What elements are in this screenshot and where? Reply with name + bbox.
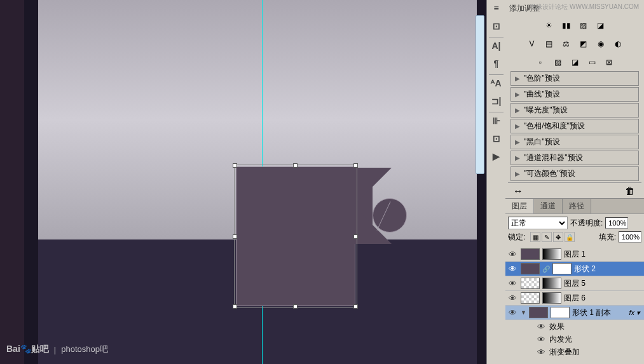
opacity-label: 不透明度: (570, 218, 603, 229)
adjustment-icon[interactable]: ◪ (593, 18, 608, 32)
adjustment-preset[interactable]: ▶"色阶"预设 (510, 71, 639, 86)
transform-handle[interactable] (233, 163, 237, 168)
adjustment-preset[interactable]: ▶"色相/饱和度"预设 (510, 119, 639, 133)
layer-thumbnail[interactable] (529, 307, 548, 318)
tab-paths[interactable]: 路径 (563, 199, 591, 213)
adjustment-icon[interactable]: ▨ (550, 55, 566, 69)
adjustment-icon[interactable]: ◉ (593, 37, 608, 50)
preset-label: "可选颜色"预设 (524, 168, 575, 179)
chevron-right-icon: ▶ (515, 123, 520, 130)
lock-transparency-icon[interactable]: ▦ (530, 232, 540, 242)
fx-indicator[interactable]: fx ▾ (629, 309, 640, 317)
visibility-icon[interactable]: 👁 (509, 250, 517, 259)
adjustment-preset[interactable]: ▶"黑白"预设 (510, 135, 639, 149)
expand-icon[interactable]: ↔ (513, 185, 524, 194)
visibility-icon[interactable]: 👁 (509, 308, 517, 318)
blend-mode-select[interactable]: 正常 (508, 217, 568, 229)
layer-row[interactable]: 👁图层 5 (505, 276, 644, 291)
layers-panel: 图层 通道 路径 正常 不透明度: 锁定: ▦ ✎ ✥ 🔒 填充: (505, 198, 644, 358)
mask-thumbnail[interactable] (542, 278, 561, 289)
adjustment-preset[interactable]: ▶"通道混和器"预设 (510, 151, 639, 165)
visibility-icon[interactable]: 👁 (537, 347, 545, 357)
layer-row[interactable]: 👁图层 1 (505, 247, 644, 262)
transform-handle[interactable] (233, 234, 237, 239)
link-icon: 🔗 (542, 266, 550, 273)
visibility-icon[interactable]: 👁 (509, 264, 517, 274)
vertical-scrollbar[interactable] (476, 15, 484, 174)
layer-thumbnail[interactable] (521, 248, 540, 260)
mask-thumbnail[interactable] (551, 307, 570, 318)
layer-controls: 正常 不透明度: 锁定: ▦ ✎ ✥ 🔒 填充: (505, 214, 644, 247)
transform-handle[interactable] (353, 234, 358, 239)
trash-icon[interactable]: 🗑 (625, 185, 636, 194)
adjustment-icon[interactable]: V (524, 37, 540, 50)
play-icon[interactable]: ▶ (488, 149, 505, 163)
mask-thumbnail[interactable] (542, 292, 561, 304)
lock-all-icon[interactable]: 🔒 (565, 232, 575, 242)
transform-handle[interactable] (353, 304, 358, 309)
app-left-strip (0, 0, 24, 364)
effect-item[interactable]: 👁内发光 (505, 333, 644, 346)
preset-label: "曲线"预设 (524, 89, 560, 100)
layer-row[interactable]: 👁图层 6 (505, 291, 644, 306)
vtool-icon[interactable]: ᴬA (488, 76, 505, 90)
adjustment-icon[interactable]: ⊠ (601, 55, 617, 69)
mask-thumbnail[interactable] (552, 263, 572, 274)
vtool-icon[interactable]: ⊐| (488, 94, 505, 108)
transform-handle[interactable] (353, 163, 358, 168)
vtool-icon[interactable]: ≡ (488, 1, 505, 15)
layer-row[interactable]: 👁🔗形状 2 (505, 262, 644, 276)
baidu-logo: Bai🐾贴吧 (6, 344, 49, 355)
watermark: 思缘设计论坛 WWW.MISSYUAN.COM (530, 3, 639, 11)
visibility-icon[interactable]: 👁 (537, 322, 545, 332)
visibility-icon[interactable]: 👁 (537, 335, 545, 344)
adjustment-preset[interactable]: ▶"可选颜色"预设 (510, 166, 639, 181)
shape-object[interactable] (236, 166, 408, 309)
tab-channels[interactable]: 通道 (534, 199, 563, 213)
adjustment-icon[interactable]: ☀ (541, 18, 557, 32)
adjustment-icon[interactable]: ▮▮ (558, 18, 574, 32)
lock-pixels-icon[interactable]: ✎ (542, 232, 552, 242)
layer-group-row[interactable]: 👁▼形状 1 副本fx ▾ (505, 306, 644, 320)
vtool-icon[interactable]: ⊪ (488, 114, 505, 128)
character-panel-icon[interactable]: A| (488, 39, 505, 53)
opacity-input[interactable] (605, 217, 628, 229)
vtool-icon[interactable]: ⊡ (488, 131, 505, 145)
lock-position-icon[interactable]: ✥ (553, 232, 563, 242)
visibility-icon[interactable]: 👁 (509, 279, 517, 288)
layer-list: 👁图层 1👁🔗形状 2👁图层 5👁图层 6👁▼形状 1 副本fx ▾👁效果👁内发… (505, 247, 644, 358)
adjustment-preset[interactable]: ▶"曝光度"预设 (510, 103, 639, 118)
layer-name: 形状 2 (574, 264, 596, 274)
layer-thumbnail[interactable] (521, 292, 540, 304)
layer-thumbnail[interactable] (521, 263, 540, 274)
layer-thumbnail[interactable] (521, 278, 540, 289)
adjustments-panel: 添加调整 ☀▮▮▨◪ V▤⚖◩◉◐ ▫▨◪▭⊠ ▶"色阶"预设▶"曲线"预设▶"… (505, 0, 644, 198)
paragraph-panel-icon[interactable]: ¶ (488, 57, 505, 71)
adjustment-icon[interactable]: ◐ (610, 37, 626, 50)
adjustment-icon[interactable]: ▨ (575, 18, 591, 32)
layer-name: 形状 1 副本 (572, 307, 611, 318)
adjustment-icon[interactable]: ◩ (575, 37, 591, 50)
visibility-icon[interactable]: 👁 (509, 293, 517, 303)
transform-handle[interactable] (233, 304, 237, 309)
transform-handle[interactable] (293, 304, 298, 309)
adjustment-icon[interactable]: ▫ (533, 55, 549, 69)
transform-handle[interactable] (293, 163, 298, 168)
vertical-tool-strip: ≡ ⊡ A| ¶ ᴬA ⊐| ⊪ ⊡ ▶ (486, 0, 505, 364)
adjustment-preset[interactable]: ▶"曲线"预设 (510, 87, 639, 102)
expand-arrow-icon[interactable]: ▼ (521, 309, 526, 316)
adjustment-icon[interactable]: ▭ (584, 55, 600, 69)
adjustments-footer: ↔ 🗑 (508, 182, 641, 197)
vtool-icon[interactable]: ⊡ (488, 19, 505, 33)
adjustment-icon[interactable]: ◪ (567, 55, 583, 69)
preset-label: "黑白"预设 (524, 137, 560, 147)
lock-label: 锁定: (508, 232, 525, 243)
adjustment-icon[interactable]: ▤ (541, 37, 557, 50)
fill-input[interactable] (619, 231, 641, 243)
mask-thumbnail[interactable] (542, 248, 561, 260)
fill-label: 填充: (599, 232, 616, 243)
adjustment-icon[interactable]: ⚖ (558, 37, 574, 50)
canvas-area[interactable] (0, 0, 486, 364)
tab-layers[interactable]: 图层 (505, 199, 534, 213)
effect-item[interactable]: 👁渐变叠加 (505, 346, 644, 358)
